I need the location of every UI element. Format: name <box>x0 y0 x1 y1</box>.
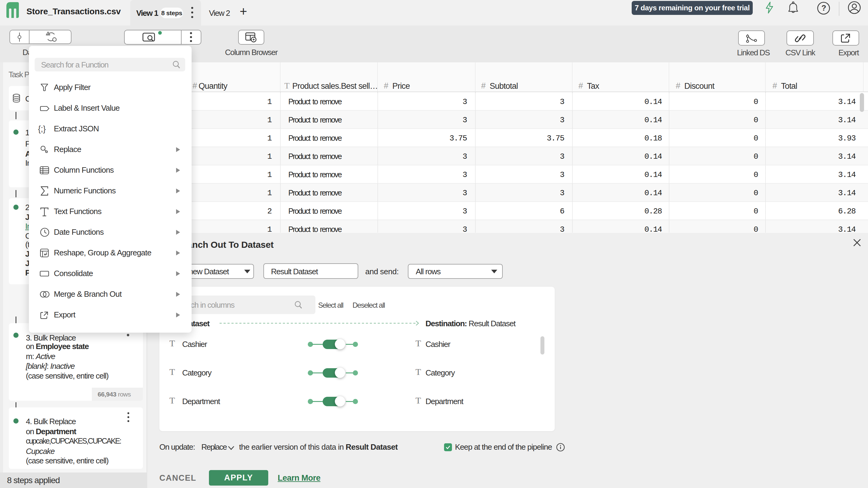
svg-text:?: ? <box>822 3 826 12</box>
